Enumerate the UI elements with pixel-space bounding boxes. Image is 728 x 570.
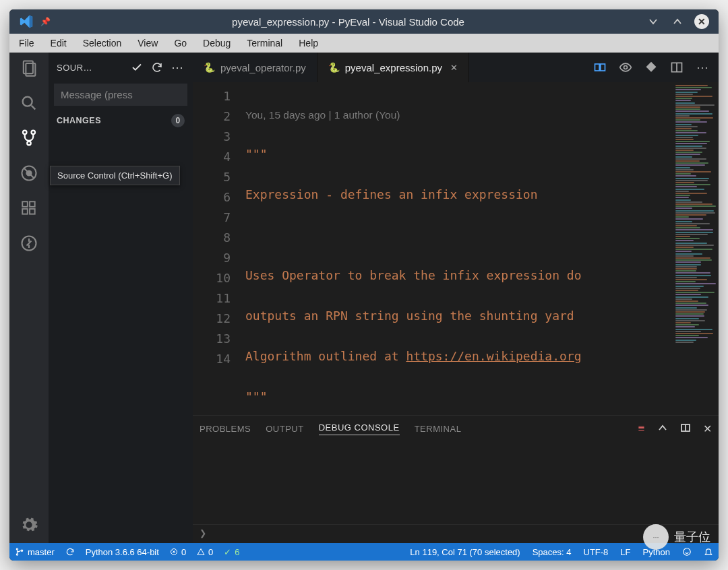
tab-bar: 🐍 pyeval_operator.py 🐍 pyeval_expression… [193, 53, 719, 82]
status-language[interactable]: Python [643, 547, 670, 557]
debug-icon[interactable] [19, 163, 39, 183]
status-encoding[interactable]: UTF-8 [584, 547, 609, 557]
menu-edit[interactable]: Edit [44, 36, 73, 50]
commit-message-input[interactable]: Message (press [54, 84, 187, 106]
link[interactable]: https://en.wikipedia.org [406, 349, 581, 363]
svg-point-19 [16, 554, 18, 555]
status-eol[interactable]: LF [620, 547, 630, 557]
menu-debug[interactable]: Debug [196, 36, 237, 50]
window-maximize-button[interactable] [670, 14, 685, 29]
split-editor-icon[interactable] [670, 61, 684, 74]
changes-label: CHANGES [57, 116, 101, 125]
sidebar-title: SOUR… [57, 63, 124, 73]
python-file-icon: 🐍 [328, 62, 340, 73]
svg-point-15 [624, 66, 628, 69]
menu-selection[interactable]: Selection [76, 36, 129, 50]
panel-tab-problems[interactable]: PROBLEMS [200, 424, 251, 434]
compare-changes-icon[interactable] [593, 61, 607, 74]
svg-rect-9 [22, 209, 28, 214]
refresh-icon[interactable] [150, 60, 164, 75]
svg-rect-13 [595, 64, 600, 71]
svg-rect-10 [30, 209, 35, 214]
close-tab-icon[interactable]: ✕ [450, 63, 458, 73]
changes-section[interactable]: CHANGES 0 [49, 111, 193, 130]
source-control-icon[interactable] [19, 128, 39, 148]
editor[interactable]: 12345678 910 11121314 You, 15 days ago |… [193, 82, 719, 415]
status-python[interactable]: Python 3.6.6 64-bit [86, 547, 159, 557]
explorer-icon[interactable] [19, 58, 39, 78]
pin-icon[interactable]: 📌 [40, 17, 51, 26]
status-bar: master Python 3.6.6 64-bit 0 0 ✓ 6 Ln 11… [9, 543, 719, 561]
code-area[interactable]: You, 15 days ago | 1 author (You) """ Ex… [240, 82, 673, 415]
menu-bar: File Edit Selection View Go Debug Termin… [9, 34, 719, 53]
line-gutter: 12345678 910 11121314 [193, 82, 240, 415]
svg-point-18 [16, 548, 18, 550]
tab-pyeval-operator[interactable]: 🐍 pyeval_operator.py [193, 53, 317, 82]
debug-console-body[interactable] [193, 441, 719, 524]
source-control-tooltip: Source Control (Ctrl+Shift+G) [50, 166, 180, 185]
minimap[interactable] [673, 82, 719, 415]
python-file-icon: 🐍 [204, 62, 215, 73]
window-title: pyeval_expression.py - PyEval - Visual S… [51, 16, 646, 28]
open-changes-icon[interactable] [644, 61, 658, 74]
changes-count: 0 [171, 114, 185, 127]
svg-point-22 [684, 548, 691, 556]
preview-icon[interactable] [619, 61, 632, 74]
more-icon[interactable]: ⋯ [170, 60, 185, 75]
git-graph-icon[interactable] [19, 233, 39, 253]
title-bar: 📌 pyeval_expression.py - PyEval - Visual… [9, 9, 719, 34]
editor-more-icon[interactable]: ⋯ [696, 60, 709, 75]
menu-view[interactable]: View [131, 36, 164, 50]
panel-close-icon[interactable]: ✕ [703, 422, 712, 435]
status-checks[interactable]: ✓ 6 [224, 547, 239, 557]
search-icon[interactable] [19, 93, 39, 113]
commit-check-icon[interactable] [129, 60, 144, 75]
codelens[interactable]: You, 15 days ago | 1 author (You) [245, 106, 673, 124]
menu-help[interactable]: Help [292, 36, 325, 50]
status-position[interactable]: Ln 119, Col 71 (70 selected) [410, 547, 520, 557]
panel-collapse-icon[interactable] [657, 422, 668, 435]
panel-maximize-icon[interactable] [680, 422, 691, 435]
svg-rect-14 [601, 64, 605, 71]
svg-point-7 [27, 171, 32, 176]
status-errors[interactable]: 0 [170, 547, 186, 557]
extensions-icon[interactable] [19, 198, 39, 218]
svg-rect-8 [22, 201, 28, 207]
clear-console-icon[interactable]: ≣ [638, 422, 645, 435]
window-minimize-button[interactable] [646, 14, 661, 29]
svg-point-5 [27, 141, 31, 146]
activity-bar: Source Control (Ctrl+Shift+G) [9, 53, 49, 543]
bottom-panel: PROBLEMS OUTPUT DEBUG CONSOLE TERMINAL ≣… [193, 415, 719, 543]
svg-rect-11 [30, 201, 35, 207]
status-warnings[interactable]: 0 [197, 547, 213, 557]
debug-console-input[interactable]: ❯ [193, 524, 719, 543]
panel-tab-terminal[interactable]: TERMINAL [415, 424, 462, 434]
menu-terminal[interactable]: Terminal [240, 36, 289, 50]
svg-point-3 [23, 131, 27, 135]
menu-go[interactable]: Go [167, 36, 193, 50]
svg-point-4 [32, 131, 36, 135]
bell-icon[interactable] [704, 547, 713, 557]
source-control-sidebar: SOUR… ⋯ Message (press CHANGES 0 [49, 53, 193, 543]
tab-label: pyeval_operator.py [220, 62, 306, 73]
vscode-logo-icon [19, 14, 34, 29]
gear-icon[interactable] [19, 515, 39, 535]
feedback-icon[interactable] [682, 547, 692, 557]
tab-label: pyeval_expression.py [345, 62, 442, 73]
window-close-button[interactable]: ✕ [694, 14, 709, 29]
panel-tab-output[interactable]: OUTPUT [266, 424, 303, 434]
svg-point-2 [23, 97, 32, 106]
panel-tab-debug-console[interactable]: DEBUG CONSOLE [319, 422, 400, 435]
status-sync-icon[interactable] [65, 547, 75, 557]
status-spaces[interactable]: Spaces: 4 [533, 547, 572, 557]
status-branch[interactable]: master [15, 547, 55, 557]
tab-pyeval-expression[interactable]: 🐍 pyeval_expression.py ✕ [317, 53, 469, 82]
menu-file[interactable]: File [12, 36, 41, 50]
